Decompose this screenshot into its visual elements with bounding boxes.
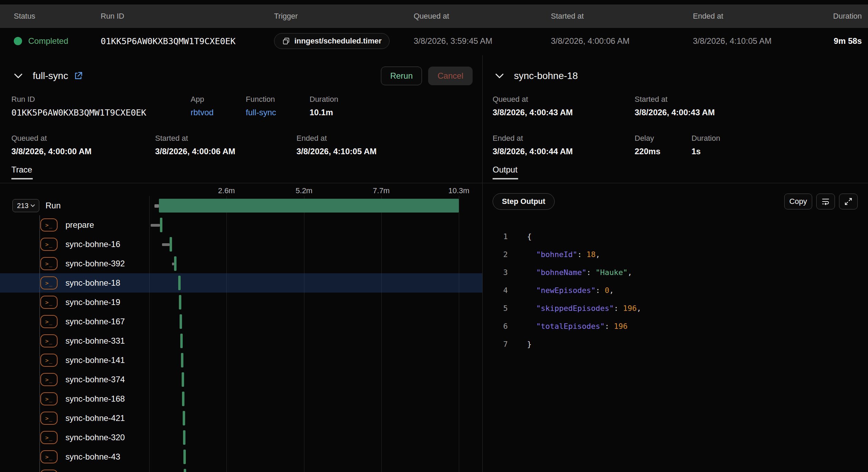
step-name: sync-bohne-421 xyxy=(65,409,125,428)
step-duration-bar xyxy=(182,372,184,387)
step-duration-bar xyxy=(183,450,186,464)
word-wrap-icon xyxy=(821,197,830,206)
run-row-label: Run xyxy=(46,196,61,215)
duration-value: 9m 58s xyxy=(834,36,862,46)
started-at-value: 3/8/2026, 4:00:06 AM xyxy=(551,36,629,46)
axis-tick-label: 7.7m xyxy=(373,186,390,195)
line-number: 6 xyxy=(493,317,508,335)
line-number: 3 xyxy=(493,264,508,282)
code-content: "skippedEpisodes": 196, xyxy=(527,299,641,317)
terminal-step-icon: >_ xyxy=(40,354,58,367)
step-queued-field: Queued at 3/8/2026, 4:00:43 AM xyxy=(493,95,573,117)
step-duration-bar xyxy=(180,314,182,329)
trigger-pill[interactable]: inngest/scheduled.timer xyxy=(274,33,390,49)
code-content: } xyxy=(527,335,532,353)
terminal-step-icon: >_ xyxy=(40,412,58,425)
word-wrap-button[interactable] xyxy=(816,194,835,209)
external-link-icon[interactable] xyxy=(74,71,83,80)
trace-row[interactable]: >_sync-bohne-374 xyxy=(0,370,482,389)
span-count-value: 213 xyxy=(17,202,28,210)
run-duration-label: Duration xyxy=(310,95,338,104)
copy-button[interactable]: Copy xyxy=(784,194,812,209)
step-ended-value: 3/8/2026, 4:00:44 AM xyxy=(493,147,573,156)
terminal-step-icon: >_ xyxy=(40,470,58,472)
run-id-value: 01KK5P6AW0KXB3QMW1T9CXE0EK xyxy=(101,36,235,46)
code-line: 2 "bohneId": 18, xyxy=(483,246,868,264)
summary-header-row: Status Run ID Trigger Queued at Started … xyxy=(0,4,868,28)
trace-row[interactable]: >_sync-bohne-16 xyxy=(0,235,482,254)
status-badge: Completed xyxy=(14,36,68,46)
trace-row[interactable]: >_prepare xyxy=(0,215,482,235)
expand-button[interactable] xyxy=(839,194,858,209)
output-toolbar: Step Output Copy xyxy=(493,193,858,210)
function-link[interactable]: full-sync xyxy=(246,108,276,117)
trace-row[interactable]: >_sync-bohne-18 xyxy=(0,273,482,293)
trace-row[interactable]: >_sync-bohne-331 xyxy=(0,331,482,351)
axis-tick-label: 10.3m xyxy=(448,186,469,195)
collapse-run-chevron-down-icon[interactable] xyxy=(11,71,25,81)
trace-row[interactable]: >_sync-bohne-19 xyxy=(0,293,482,312)
run-duration-value: 10.1m xyxy=(310,108,338,117)
run-queued-field: Queued at 3/8/2026, 4:00:00 AM xyxy=(11,134,92,156)
step-duration-bar xyxy=(179,295,181,309)
run-queued-value: 3/8/2026, 4:00:00 AM xyxy=(11,147,92,156)
line-number: 1 xyxy=(493,228,508,246)
code-content: "totalEpisodes": 196 xyxy=(527,317,627,335)
step-duration-bar xyxy=(178,276,181,290)
trace-row[interactable]: >_sync-bohne-43 xyxy=(0,447,482,466)
step-ended-field: Ended at 3/8/2026, 4:00:44 AM xyxy=(493,134,573,156)
step-duration-label: Duration xyxy=(692,134,720,143)
app-link[interactable]: rbtvod xyxy=(191,108,214,117)
collapse-step-chevron-down-icon[interactable] xyxy=(493,71,506,81)
terminal-step-icon: >_ xyxy=(40,296,58,309)
line-number: 7 xyxy=(493,335,508,353)
trace-row[interactable]: >_sync-bohne-392 xyxy=(0,254,482,273)
axis-tick-label: 5.2m xyxy=(296,186,313,195)
step-name: sync-bohne-43 xyxy=(65,447,120,466)
step-name: sync-bohne-141 xyxy=(65,351,125,370)
delay-segment xyxy=(151,224,160,227)
cancel-button[interactable]: Cancel xyxy=(428,67,473,85)
trace-row-run[interactable]: 213 Run xyxy=(0,196,482,215)
queued-at-value: 3/8/2026, 3:59:45 AM xyxy=(414,36,492,46)
trace-row[interactable]: >_sync-bohne-167 xyxy=(0,312,482,331)
code-line: 3 "bohneName": "Hauke", xyxy=(483,264,868,282)
terminal-step-icon: >_ xyxy=(40,392,58,405)
trace-row[interactable]: >_sync-bohne-168 xyxy=(0,389,482,409)
started-column-label: Started at xyxy=(551,12,584,21)
tab-output[interactable]: Output xyxy=(493,165,517,175)
app-field-label: App xyxy=(191,95,214,104)
status-value: Completed xyxy=(28,36,68,46)
code-line: 5 "skippedEpisodes": 196, xyxy=(483,299,868,317)
run-id-field-label: Run ID xyxy=(11,95,146,104)
run-panel: full-sync Rerun Cancel Run ID 01KK5P6AW0… xyxy=(0,55,483,472)
span-count-select[interactable]: 213 xyxy=(12,199,39,212)
trace-row[interactable]: >_sync-bohne-421 xyxy=(0,409,482,428)
code-content: "bohneId": 18, xyxy=(527,246,600,264)
trace-row[interactable]: >_ xyxy=(0,466,482,472)
run-started-label: Started at xyxy=(155,134,235,143)
code-line: 4 "newEpisodes": 0, xyxy=(483,282,868,299)
line-number: 2 xyxy=(493,246,508,264)
trace-tab-underline xyxy=(11,178,33,179)
ended-at-value: 3/8/2026, 4:10:05 AM xyxy=(693,36,771,46)
run-started-field: Started at 3/8/2026, 4:00:06 AM xyxy=(155,134,235,156)
trigger-value: inngest/scheduled.timer xyxy=(294,37,382,46)
trace-row[interactable]: >_sync-bohne-320 xyxy=(0,428,482,447)
line-number: 4 xyxy=(493,282,508,299)
chevron-down-icon xyxy=(31,204,35,207)
step-output-button[interactable]: Step Output xyxy=(493,193,555,210)
step-panel-header: sync-bohne-18 xyxy=(493,66,858,86)
function-title: full-sync xyxy=(33,70,68,81)
step-name: sync-bohne-16 xyxy=(65,235,120,254)
step-ended-label: Ended at xyxy=(493,134,573,143)
step-name: sync-bohne-374 xyxy=(65,370,125,389)
trace-row[interactable]: >_sync-bohne-141 xyxy=(0,351,482,370)
step-duration-bar xyxy=(174,256,176,271)
step-name: sync-bohne-320 xyxy=(65,428,125,447)
rerun-button[interactable]: Rerun xyxy=(381,67,422,85)
delay-segment xyxy=(162,243,170,246)
run-ended-label: Ended at xyxy=(296,134,377,143)
tab-trace[interactable]: Trace xyxy=(11,165,32,175)
step-name: sync-bohne-19 xyxy=(65,293,120,312)
